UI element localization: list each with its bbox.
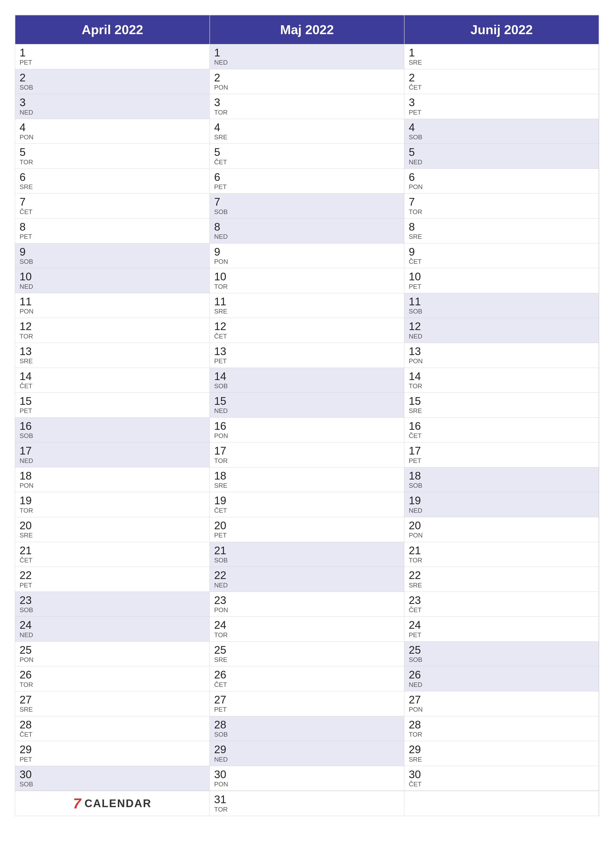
day-name: PON: [20, 133, 205, 141]
day-number: 14: [20, 370, 205, 382]
day-cell-col3-row24: 24 PET: [404, 617, 599, 642]
day-number: 26: [214, 669, 399, 681]
day-cell-col2-row13: 13 PET: [210, 343, 404, 368]
day-cell-col2-row21: 21 SOB: [210, 542, 404, 567]
day-number: 1: [214, 47, 399, 59]
day-number: 26: [20, 669, 205, 681]
day-cell-col1-row17: 17 NED: [15, 442, 210, 467]
day-number: 6: [20, 171, 205, 183]
day-name: SOB: [409, 656, 594, 663]
day-cell-col2-row8: 8 NED: [210, 219, 404, 243]
day-name: PON: [214, 84, 399, 91]
day-cell-col1-row23: 23 SOB: [15, 592, 210, 617]
day-number: 27: [409, 694, 594, 706]
day-number: 27: [214, 694, 399, 706]
day-cell-col1-row11: 11 PON: [15, 293, 210, 318]
day-number: 8: [409, 221, 594, 233]
day-number: 16: [409, 420, 594, 432]
day-number: 26: [409, 669, 594, 681]
day-number: 3: [20, 96, 205, 108]
day-number: 12: [214, 321, 399, 332]
day-name: SRE: [20, 183, 205, 191]
day-number: 23: [20, 594, 205, 606]
day-number: 13: [20, 346, 205, 357]
day-name: PET: [409, 108, 594, 116]
day-number: 29: [214, 744, 399, 755]
day-number: 2: [214, 72, 399, 84]
day-name: NED: [214, 581, 399, 589]
day-cell-col3-row10: 10 PET: [404, 268, 599, 293]
day-name: SOB: [214, 382, 399, 390]
day-cell-col1-row12: 12 TOR: [15, 318, 210, 343]
day-name: SOB: [20, 606, 205, 614]
day-cell-col1-row24: 24 NED: [15, 617, 210, 642]
day-number: 4: [409, 121, 594, 133]
day-name: NED: [214, 407, 399, 415]
day-name: NED: [409, 681, 594, 688]
day-cell-col1-row3: 3 NED: [15, 94, 210, 119]
day-number: 28: [409, 719, 594, 731]
day-number: 15: [214, 395, 399, 407]
day-cell-col2-row1: 1 NED: [210, 44, 404, 69]
day-name: SRE: [214, 656, 399, 663]
day-number: 20: [409, 519, 594, 532]
day-number: 30: [20, 769, 205, 780]
day-cell-col1-row26: 26 TOR: [15, 666, 210, 691]
day-number: 30: [409, 769, 594, 780]
day-cell-col2-row12: 12 ČET: [210, 318, 404, 343]
day-name: SRE: [409, 581, 594, 589]
day-name: SRE: [409, 233, 594, 240]
day-name: NED: [214, 233, 399, 240]
day-name: PON: [214, 606, 399, 614]
day-cell-col2-row26: 26 ČET: [210, 666, 404, 691]
day-number: 28: [20, 719, 205, 731]
day-number: 5: [409, 146, 594, 158]
day-name: SOB: [214, 556, 399, 564]
day-name: SOB: [409, 482, 594, 490]
day-number: 18: [409, 470, 594, 482]
day-cell-col3-row1: 1 SRE: [404, 44, 599, 69]
day-name: SRE: [20, 357, 205, 365]
day-name: ČET: [214, 507, 399, 515]
day-name: SOB: [20, 780, 205, 788]
day-cell-col1-row29: 29 PET: [15, 741, 210, 766]
day-name: ČET: [409, 432, 594, 440]
day-name: ČET: [214, 158, 399, 166]
day-number: 16: [20, 420, 205, 432]
day-cell-col2-row3: 3 TOR: [210, 94, 404, 119]
day-name: TOR: [214, 631, 399, 639]
day-name: PET: [409, 631, 594, 639]
day-name: ČET: [20, 382, 205, 390]
day-number: 15: [20, 395, 205, 407]
month-header-3: Junij 2022: [404, 15, 599, 44]
day-cell-col1-row22: 22 PET: [15, 567, 210, 592]
day-cell-col1-row14: 14 ČET: [15, 368, 210, 393]
day-number: 1: [409, 47, 594, 59]
day-cell-col3-row19: 19 NED: [404, 492, 599, 517]
day-number: 5: [20, 146, 205, 158]
day-number: 22: [20, 569, 205, 581]
day-name: TOR: [20, 158, 205, 166]
day-name: SRE: [20, 532, 205, 539]
day-number: 24: [20, 619, 205, 631]
day-number: 25: [409, 644, 594, 656]
day-name: TOR: [214, 457, 399, 465]
day-cell-col2-row25: 25 SRE: [210, 642, 404, 666]
day-cell-col2-row23: 23 PON: [210, 592, 404, 617]
day-number: 21: [20, 545, 205, 556]
day-cell-col3-row23: 23 ČET: [404, 592, 599, 617]
day-number: 19: [214, 494, 399, 507]
day-number: 4: [214, 121, 399, 133]
day-number: 11: [20, 296, 205, 308]
day-cell-col2-row29: 29 NED: [210, 741, 404, 766]
day-cell-col3-row30: 30 ČET: [404, 766, 599, 791]
day-name: TOR: [214, 108, 399, 116]
day-number: 13: [214, 346, 399, 357]
day-name: SOB: [409, 133, 594, 141]
day-cell-col2-row19: 19 ČET: [210, 492, 404, 517]
day-cell-col3-row26: 26 NED: [404, 666, 599, 691]
day-name: PET: [214, 706, 399, 713]
day-number: 8: [20, 221, 205, 233]
day-name: NED: [214, 59, 399, 66]
day-name: NED: [20, 283, 205, 290]
